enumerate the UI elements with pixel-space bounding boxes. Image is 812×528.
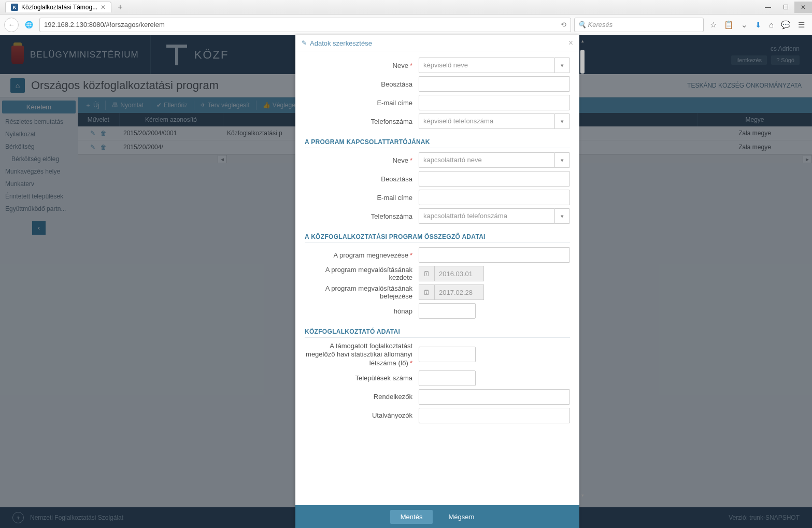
chevron-down-icon[interactable]: ▾	[554, 113, 570, 129]
browser-search[interactable]: 🔍 Keresés	[574, 18, 704, 32]
label-contact-position: Beosztása	[305, 175, 419, 183]
edit-modal: ✎ Adatok szerkesztése × Neve* képviselő …	[295, 35, 579, 528]
label-contact-phone: Telefonszáma	[305, 212, 419, 220]
contact-name-combo[interactable]: kapcsolattartó neve ▾	[419, 152, 570, 168]
scroll-up-icon[interactable]: ▴	[579, 38, 586, 46]
favicon-icon: K	[11, 4, 18, 11]
modal-body: Neve* képviselő neve ▾ Beosztása E-mail …	[295, 51, 579, 505]
browser-navbar: ← 🌐 192.168.2.130:8080/#!orszagos/kerele…	[0, 15, 812, 35]
contact-name-value: kapcsolattartó neve	[419, 152, 554, 168]
reload-icon[interactable]: ⟲	[561, 21, 566, 28]
rep-phone-combo[interactable]: képviselő telefonszáma ▾	[419, 113, 570, 129]
settlements-input[interactable]	[419, 370, 476, 386]
chevron-down-icon[interactable]: ▾	[554, 58, 570, 73]
back-button[interactable]: ←	[4, 18, 19, 32]
new-tab-button[interactable]: +	[115, 3, 125, 12]
scroll-thumb[interactable]	[580, 50, 585, 74]
program-name-input[interactable]	[419, 247, 570, 263]
pocket-icon[interactable]: ⌄	[741, 20, 748, 30]
section-contact: A PROGRAM KAPCSOLATTARTÓJÁNAK	[305, 138, 570, 148]
browser-toolbar-icons: ☆ 📋 ⌄ ⬇ ⌂ 💬 ☰	[707, 20, 808, 30]
chat-icon[interactable]: 💬	[781, 20, 791, 30]
chevron-down-icon[interactable]: ▾	[554, 152, 570, 168]
vouchers-input[interactable]	[419, 408, 570, 423]
window-controls: — ☐ ✕	[759, 2, 812, 13]
browser-tab[interactable]: K Közfoglalkoztatási Támog... ✕	[5, 2, 111, 12]
label-rep-name: Neve*	[305, 62, 419, 69]
rep-position-input[interactable]	[419, 76, 570, 92]
label-disposers: Rendelkezők	[305, 393, 419, 401]
scroll-down-icon[interactable]: ▾	[579, 493, 586, 500]
label-vouchers: Utalványozók	[305, 411, 419, 419]
url-bar[interactable]: 192.168.2.130:8080/#!orszagos/kerelem ⟲	[39, 18, 571, 32]
modal-close-icon[interactable]: ×	[568, 38, 573, 48]
window-close-button[interactable]: ✕	[794, 2, 812, 13]
tab-close-icon[interactable]: ✕	[101, 4, 106, 11]
search-placeholder: Keresés	[588, 21, 613, 28]
section-employer: KÖZFOGLALKOZTATÓ ADATAI	[305, 328, 570, 338]
rep-email-input[interactable]	[419, 95, 570, 110]
label-program-start: A program megvalósításának kezdete	[305, 266, 419, 281]
window-titlebar: K Közfoglalkoztatási Támog... ✕ + — ☐ ✕	[0, 0, 812, 15]
url-text: 192.168.2.130:8080/#!orszagos/kerelem	[44, 21, 165, 28]
label-rep-phone: Telefonszáma	[305, 118, 419, 125]
chevron-down-icon[interactable]: ▾	[554, 208, 570, 224]
tab-title: Közfoglalkoztatási Támog...	[21, 4, 97, 11]
modal-footer: Mentés Mégsem	[295, 505, 579, 528]
clipboard-icon[interactable]: 📋	[724, 20, 734, 30]
label-program-end: A program megvalósításának befejezése	[305, 284, 419, 300]
edit-icon: ✎	[302, 39, 307, 47]
save-button[interactable]: Mentés	[390, 510, 433, 524]
label-settlements: Települések száma	[305, 374, 419, 382]
cancel-button[interactable]: Mégsem	[438, 510, 485, 524]
label-headcount: A támogatott foglalkoztatást megelőző ha…	[305, 342, 419, 367]
rep-name-value: képviselő neve	[419, 58, 554, 73]
bookmark-icon[interactable]: ☆	[710, 20, 717, 30]
contact-position-input[interactable]	[419, 171, 570, 187]
label-contact-email: E-mail címe	[305, 194, 419, 202]
label-program-name: A program megnevezése*	[305, 251, 419, 259]
menu-icon[interactable]: ☰	[798, 20, 805, 30]
maximize-button[interactable]: ☐	[777, 2, 794, 13]
contact-phone-combo[interactable]: kapcsolattartó telefonszáma ▾	[419, 208, 570, 224]
month-input[interactable]	[419, 303, 476, 319]
label-contact-name: Neve*	[305, 156, 419, 164]
label-rep-position: Beosztása	[305, 80, 419, 88]
program-end-value	[434, 284, 484, 300]
modal-header: ✎ Adatok szerkesztése ×	[295, 35, 579, 51]
rep-name-combo[interactable]: képviselő neve ▾	[419, 58, 570, 73]
globe-icon: 🌐	[22, 18, 36, 32]
home-icon[interactable]: ⌂	[769, 20, 774, 30]
section-summary: A KÖZFOGLALKOZTATÁSI PROGRAM ÖSSZEGZŐ AD…	[305, 233, 570, 243]
search-icon: 🔍	[578, 21, 586, 28]
label-month: hónap	[305, 307, 419, 315]
program-start-value	[434, 266, 484, 281]
modal-scrollbar[interactable]: ▴ ▾	[579, 35, 586, 528]
headcount-input[interactable]	[419, 347, 476, 362]
program-end-date[interactable]: 🗓	[419, 284, 570, 300]
rep-phone-value: képviselő telefonszáma	[419, 113, 554, 129]
program-start-date[interactable]: 🗓	[419, 266, 570, 281]
calendar-icon: 🗓	[419, 266, 434, 281]
contact-phone-value: kapcsolattartó telefonszáma	[419, 208, 554, 224]
minimize-button[interactable]: —	[759, 2, 777, 13]
download-icon[interactable]: ⬇	[755, 20, 762, 30]
label-rep-email: E-mail címe	[305, 99, 419, 107]
modal-title: Adatok szerkesztése	[310, 39, 372, 47]
disposers-input[interactable]	[419, 389, 570, 405]
calendar-icon: 🗓	[419, 284, 434, 300]
contact-email-input[interactable]	[419, 190, 570, 205]
